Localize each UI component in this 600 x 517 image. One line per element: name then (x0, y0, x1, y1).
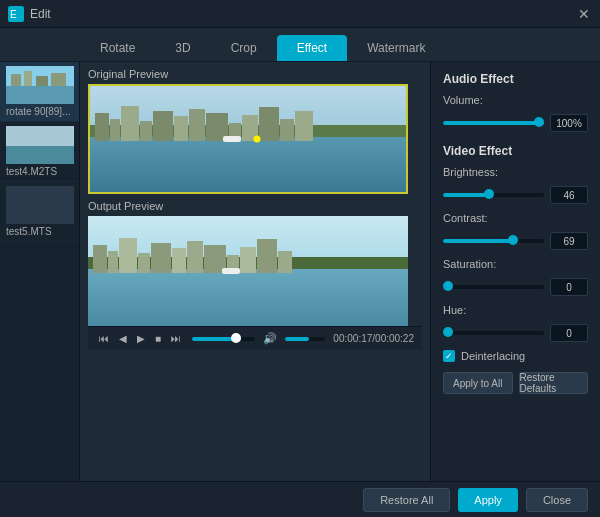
volume-slider-row: 100% (443, 114, 588, 132)
out-building-1 (93, 245, 107, 273)
volume-fill (285, 337, 309, 341)
close-button[interactable]: Close (526, 488, 588, 512)
video-effect-title: Video Effect (443, 144, 588, 158)
contrast-slider-track[interactable] (443, 239, 544, 243)
building-5 (153, 111, 173, 141)
file-list: rotate 90[89]... test4.M2TS test5.MTS (0, 62, 80, 481)
deinterlacing-row: ✓ Deinterlacing (443, 350, 588, 362)
tab-3d[interactable]: 3D (155, 35, 210, 61)
volume-row: Volume: (443, 94, 588, 106)
contrast-slider-row: 69 (443, 232, 588, 250)
volume-spinbox[interactable]: 100% (550, 114, 588, 132)
output-building-row (88, 235, 408, 274)
building-4 (140, 121, 152, 141)
playback-controls: ⏮ ◀ ▶ ■ ⏭ 🔊 00:00:17/00:00:22 (88, 326, 422, 350)
audio-effect-title: Audio Effect (443, 72, 588, 86)
building-13 (295, 111, 313, 141)
volume-icon[interactable]: 🔊 (263, 332, 277, 345)
brightness-spinbox[interactable]: 46 (550, 186, 588, 204)
out-building-11 (257, 239, 277, 273)
building-1 (95, 113, 109, 141)
volume-slider-thumb[interactable] (534, 117, 544, 127)
file-item-0[interactable]: rotate 90[89]... (0, 62, 79, 122)
progress-bar[interactable] (192, 337, 255, 341)
brightness-slider-track[interactable] (443, 193, 544, 197)
prev-frame-btn[interactable]: ◀ (116, 331, 130, 346)
saturation-slider-thumb[interactable] (443, 281, 453, 291)
file-thumb-2 (6, 186, 74, 224)
hue-label: Hue: (443, 304, 503, 316)
svg-rect-10 (6, 186, 74, 224)
titlebar: E Edit ✕ (0, 0, 600, 28)
skip-fwd-btn[interactable]: ⏭ (168, 331, 184, 346)
svg-rect-9 (6, 146, 74, 164)
brightness-slider-fill (443, 193, 489, 197)
hue-spinbox[interactable]: 0 (550, 324, 588, 342)
right-panel: Audio Effect Volume: 100% Video Effect B… (430, 62, 600, 481)
file-item-2[interactable]: test5.MTS (0, 182, 79, 242)
apply-to-all-btn[interactable]: Apply to All (443, 372, 513, 394)
tab-watermark[interactable]: Watermark (347, 35, 445, 61)
volume-slider-track[interactable] (443, 121, 544, 125)
brightness-label: Brightness: (443, 166, 503, 178)
output-preview-section: Output Preview (80, 200, 430, 481)
hue-slider-row: 0 (443, 324, 588, 342)
output-preview-video (88, 216, 408, 326)
contrast-spinbox[interactable]: 69 (550, 232, 588, 250)
file-name-1: test4.M2TS (6, 166, 73, 177)
svg-rect-5 (24, 71, 32, 86)
tab-crop[interactable]: Crop (211, 35, 277, 61)
svg-rect-3 (6, 86, 74, 104)
building-row (90, 104, 406, 141)
saturation-label-row: Saturation: (443, 258, 588, 270)
saturation-label: Saturation: (443, 258, 503, 270)
tab-effect[interactable]: Effect (277, 35, 347, 61)
contrast-slider-thumb[interactable] (508, 235, 518, 245)
volume-label: Volume: (443, 94, 503, 106)
contrast-label-row: Contrast: (443, 212, 588, 224)
out-building-6 (172, 248, 186, 273)
saturation-slider-track[interactable] (443, 285, 544, 289)
tabbar: Rotate 3D Crop Effect Watermark (0, 28, 600, 62)
saturation-slider-row: 0 (443, 278, 588, 296)
file-thumb-1 (6, 126, 74, 164)
hue-label-row: Hue: (443, 304, 588, 316)
hue-slider-track[interactable] (443, 331, 544, 335)
app-icon: E (8, 6, 24, 22)
original-preview-section: Original Preview (80, 62, 430, 200)
original-preview-label: Original Preview (88, 68, 422, 80)
panel-buttons: Apply to All Restore Defaults (443, 372, 588, 394)
time-display: 00:00:17/00:00:22 (333, 333, 414, 344)
output-boat (222, 268, 240, 274)
main-content: rotate 90[89]... test4.M2TS test5.MTS O (0, 62, 600, 481)
stop-btn[interactable]: ■ (152, 331, 164, 346)
boat (223, 136, 241, 142)
deinterlacing-checkbox[interactable]: ✓ (443, 350, 455, 362)
apply-button[interactable]: Apply (458, 488, 518, 512)
saturation-spinbox[interactable]: 0 (550, 278, 588, 296)
svg-text:E: E (10, 9, 17, 20)
brightness-slider-thumb[interactable] (484, 189, 494, 199)
tab-rotate[interactable]: Rotate (80, 35, 155, 61)
building-7 (189, 109, 205, 141)
file-thumb-0 (6, 66, 74, 104)
contrast-label: Contrast: (443, 212, 503, 224)
building-2 (110, 119, 120, 141)
file-item-1[interactable]: test4.M2TS (0, 122, 79, 182)
skip-back-btn[interactable]: ⏮ (96, 331, 112, 346)
brightness-slider-row: 46 (443, 186, 588, 204)
out-building-10 (240, 247, 256, 273)
building-12 (280, 119, 294, 141)
output-preview-label: Output Preview (88, 200, 422, 212)
restore-defaults-btn[interactable]: Restore Defaults (519, 372, 589, 394)
hue-slider-thumb[interactable] (443, 327, 453, 337)
close-icon[interactable]: ✕ (576, 6, 592, 22)
water-bg (90, 134, 406, 192)
play-btn[interactable]: ▶ (134, 331, 148, 346)
volume-slider-fill (443, 121, 544, 125)
restore-all-button[interactable]: Restore All (363, 488, 450, 512)
out-building-4 (138, 253, 150, 273)
volume-bar[interactable] (285, 337, 325, 341)
svg-rect-4 (11, 74, 21, 86)
svg-rect-7 (51, 73, 66, 86)
